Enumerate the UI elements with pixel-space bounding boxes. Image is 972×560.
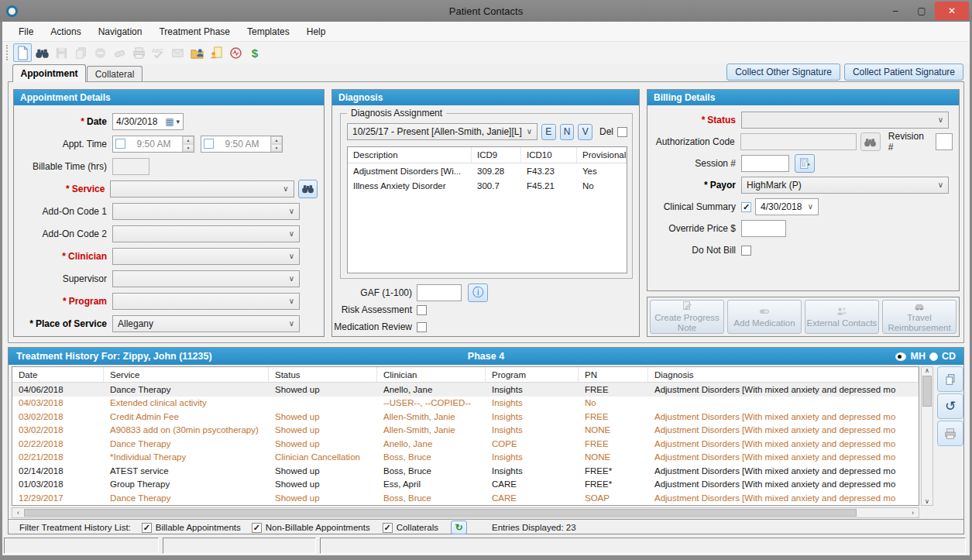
column-header[interactable]: Clinician xyxy=(377,367,486,382)
refresh-filter-button[interactable]: ↻ xyxy=(451,520,467,534)
history-row[interactable]: 02/22/2018Dance TherapyShowed upAnello, … xyxy=(12,437,919,451)
chevron-down-icon: ∨ xyxy=(283,185,288,193)
tab-collateral[interactable]: Collateral xyxy=(87,66,143,82)
menu-help[interactable]: Help xyxy=(298,23,335,40)
program-select[interactable]: ∨ xyxy=(112,293,300,310)
vitals-icon[interactable] xyxy=(226,43,245,62)
search-binoculars-icon[interactable] xyxy=(33,43,51,62)
gaf-input[interactable] xyxy=(417,284,462,301)
start-time-checkbox[interactable] xyxy=(115,139,125,149)
edit-diagnosis-button[interactable]: E xyxy=(541,124,556,140)
billing-dollar-icon[interactable] xyxy=(246,43,264,62)
service-search-button[interactable] xyxy=(298,180,318,198)
scroll-down-icon[interactable]: ∨ xyxy=(925,498,929,505)
clinician-select[interactable]: ∨ xyxy=(112,248,300,265)
patient-note-icon[interactable] xyxy=(207,43,225,62)
column-header[interactable]: Date xyxy=(12,367,104,382)
clinician-label: *Clinician xyxy=(14,251,107,262)
collaterals-checkbox[interactable]: ✓ xyxy=(383,523,393,533)
addon-code-1-select[interactable]: ∨ xyxy=(112,203,300,220)
menu-navigation[interactable]: Navigation xyxy=(90,23,151,40)
diagnosis-assignment-select[interactable]: 10/25/17 - Present [Allen-Smith, Janie][… xyxy=(347,123,538,140)
undo-button[interactable]: ↺ xyxy=(937,393,963,419)
place-of-service-select[interactable]: Allegany∨ xyxy=(112,315,300,332)
title-bar: Patient Contacts – ▢ ✕ xyxy=(0,0,972,22)
cd-radio[interactable] xyxy=(929,352,938,361)
column-header[interactable]: Status xyxy=(269,367,377,382)
column-header[interactable]: ICD9 xyxy=(472,147,521,163)
del-checkbox[interactable] xyxy=(617,127,627,137)
column-header[interactable]: Service xyxy=(104,367,269,382)
history-row[interactable]: 12/29/2017Dance TherapyShowed upBoss, Br… xyxy=(12,491,919,505)
clinical-summary-date-select[interactable]: 4/30/2018∨ xyxy=(755,198,819,215)
history-row[interactable]: 02/14/2018ATEST serviceShowed upBoss, Br… xyxy=(12,464,919,478)
end-time-field[interactable]: 9:50 AM▲▼ xyxy=(201,136,283,153)
column-header[interactable]: ICD10 xyxy=(521,147,577,163)
scroll-left-icon[interactable]: ‹ xyxy=(12,509,24,517)
column-header[interactable]: Diagnosis xyxy=(648,367,919,382)
payor-select[interactable]: HighMark (P)∨ xyxy=(741,177,949,194)
scroll-right-icon[interactable]: › xyxy=(907,509,919,517)
maximize-button[interactable]: ▢ xyxy=(908,2,935,20)
patient-folder-icon[interactable] xyxy=(187,43,206,62)
menu-file[interactable]: File xyxy=(10,23,42,40)
addon-code-2-select[interactable]: ∨ xyxy=(112,225,300,242)
end-time-checkbox[interactable] xyxy=(204,139,214,149)
supervisor-label: Supervisor xyxy=(14,273,107,284)
scroll-up-icon[interactable]: ∧ xyxy=(925,367,929,374)
history-row[interactable]: 02/21/2018*Individual TherapyClinician C… xyxy=(12,451,919,465)
column-header[interactable]: Description xyxy=(348,147,472,163)
duplicate-entry-button[interactable] xyxy=(937,366,963,392)
history-row[interactable]: 04/03/2018Extended clinical activity--US… xyxy=(12,397,919,411)
supervisor-select[interactable]: ∨ xyxy=(112,270,300,287)
non-billable-appointments-checkbox[interactable]: ✓ xyxy=(252,523,262,533)
risk-assessment-checkbox[interactable] xyxy=(417,305,427,315)
date-picker[interactable]: 4/30/2018▦▾ xyxy=(112,113,184,130)
date-dropdown-arrow[interactable]: ▾ xyxy=(176,118,180,125)
status-select[interactable]: ∨ xyxy=(741,112,949,129)
menu-templates[interactable]: Templates xyxy=(239,23,298,40)
session-calculator-button[interactable] xyxy=(795,154,815,173)
billable-time-label: Billable Time (hrs) xyxy=(14,161,107,172)
end-time-spinner[interactable]: ▲▼ xyxy=(270,136,282,152)
column-header[interactable]: Program xyxy=(486,367,579,382)
override-price-input[interactable] xyxy=(741,220,786,237)
diagnosis-row[interactable]: Illness Anxiety Disorder300.7F45.21No xyxy=(348,178,627,193)
mh-radio[interactable] xyxy=(895,352,906,361)
tab-appointment[interactable]: Appointment xyxy=(12,64,86,82)
billable-appointments-checkbox[interactable]: ✓ xyxy=(142,523,152,533)
menu-treatment-phase[interactable]: Treatment Phase xyxy=(150,23,239,40)
start-time-field[interactable]: 9:50 AM▲▼ xyxy=(112,136,194,153)
scrollbar-thumb[interactable] xyxy=(922,376,932,407)
new-document-icon[interactable] xyxy=(13,43,32,62)
menu-actions[interactable]: Actions xyxy=(42,23,89,40)
revision-input[interactable] xyxy=(936,133,953,150)
new-diagnosis-button[interactable]: N xyxy=(560,124,575,140)
collect-other-signature-button[interactable]: Collect Other Signature xyxy=(726,64,840,81)
clinical-summary-checkbox[interactable]: ✓ xyxy=(741,202,751,212)
vertical-scrollbar[interactable]: ∧ ∨ xyxy=(921,366,933,506)
medication-review-checkbox[interactable] xyxy=(417,322,427,332)
view-diagnosis-button[interactable]: V xyxy=(578,124,592,140)
start-time-spinner[interactable]: ▲▼ xyxy=(182,136,194,152)
appointment-details-panel: Appointment Details *Date 4/30/2018▦▾ Ap… xyxy=(13,89,325,337)
history-row[interactable]: 04/06/2018Dance TherapyShowed upAnello, … xyxy=(12,383,919,397)
menu-bar: File Actions Navigation Treatment Phase … xyxy=(2,22,970,42)
gaf-info-button[interactable]: ⓘ xyxy=(468,283,488,302)
diagnosis-row[interactable]: Adjustment Disorders [Wi...309.28F43.23Y… xyxy=(348,163,627,178)
close-button[interactable]: ✕ xyxy=(935,2,969,20)
column-header[interactable]: PN xyxy=(579,367,648,382)
horizontal-scrollbar[interactable]: ‹ › xyxy=(12,507,919,518)
entries-displayed-label: Entries Displayed: 23 xyxy=(492,523,576,532)
session-input[interactable] xyxy=(741,155,789,172)
print-history-button[interactable] xyxy=(937,421,963,446)
history-row[interactable]: 01/03/2018Group TherapyShowed upEss, Apr… xyxy=(12,478,919,492)
do-not-bill-checkbox[interactable] xyxy=(741,246,751,256)
history-row[interactable]: 03/02/2018Credit Admin FeeShowed upAllen… xyxy=(12,410,919,424)
column-header[interactable]: Provisional? xyxy=(577,147,627,163)
history-row[interactable]: 03/02/2018A90833 add on (30min psycother… xyxy=(12,424,919,438)
scrollbar-thumb[interactable] xyxy=(24,509,857,517)
service-select[interactable]: ∨ xyxy=(110,180,294,198)
collect-patient-signature-button[interactable]: Collect Patient Signature xyxy=(844,64,963,81)
minimize-button[interactable]: – xyxy=(882,2,908,20)
